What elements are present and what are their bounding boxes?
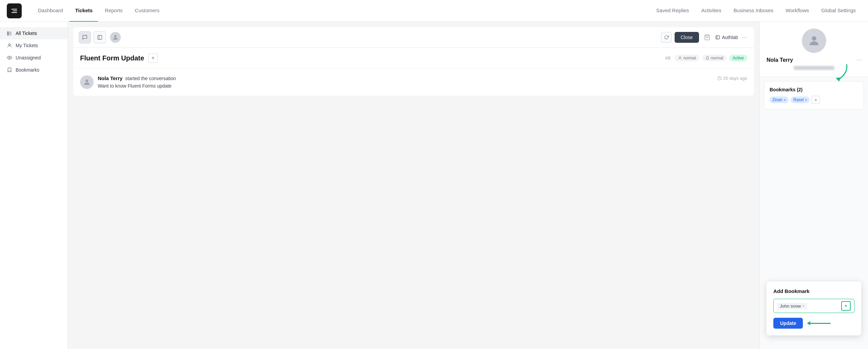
svg-rect-8	[98, 35, 102, 39]
nav-global-settings[interactable]: Global Settings	[816, 0, 861, 22]
update-button[interactable]: Update	[773, 318, 803, 329]
bookmarks-section: Bookmarks (2) Zinan × Rasel × +	[764, 81, 864, 110]
message-avatar	[80, 75, 94, 89]
remove-john-icon[interactable]: ×	[802, 304, 804, 308]
nav-workflows[interactable]: Workflows	[780, 0, 814, 22]
customer-section: Nola Terry ···	[760, 22, 868, 77]
authlab-label[interactable]: Authlab	[715, 35, 738, 40]
sidebar-label-my-tickets: My Tickets	[16, 43, 38, 48]
customer-avatar	[802, 29, 826, 53]
sidebar-item-unassigned[interactable]: Unassigned	[0, 52, 68, 64]
svg-point-10	[114, 35, 117, 37]
message-author: Nola Terry	[98, 75, 122, 81]
ticket-toolbar: Close Authlab ···	[73, 27, 754, 48]
nav-customers[interactable]: Customers	[129, 0, 165, 22]
badge-priority: normal	[675, 55, 699, 61]
svg-point-15	[86, 79, 88, 82]
logo-icon[interactable]	[7, 3, 22, 18]
bookmark-tag-rasel: Rasel ×	[791, 96, 810, 103]
nav-activities[interactable]: Activities	[696, 0, 727, 22]
ticket-title: Fluent Form Update	[80, 54, 144, 62]
nav-dashboard[interactable]: Dashboard	[33, 0, 68, 22]
badge-notification: normal	[702, 55, 727, 61]
close-button[interactable]: Close	[675, 32, 699, 43]
message-body: Want to know Fluent Forms update	[98, 83, 747, 89]
svg-point-7	[9, 57, 10, 58]
right-panel: Nola Terry ··· Bookmarks (2) Zinan × Ras…	[759, 22, 868, 349]
ticket-add-button[interactable]: +	[148, 53, 158, 63]
message-header: Nola Terry started the conversation 25 d…	[98, 75, 747, 81]
bag-icon[interactable]	[702, 32, 713, 43]
nav-saved-replies[interactable]: Saved Replies	[651, 0, 695, 22]
svg-point-6	[8, 44, 10, 45]
message-time: 25 days ago	[717, 76, 747, 81]
user-icon	[7, 43, 12, 48]
svg-rect-12	[716, 36, 719, 39]
add-bookmark-icon[interactable]: +	[812, 96, 820, 104]
ticket-card: Close Authlab ··· Fluent Form Update +	[73, 27, 754, 96]
sidebar-label-all-tickets: All Tickets	[16, 31, 37, 36]
customer-name-row: Nola Terry ···	[767, 57, 861, 63]
remove-zinan-icon[interactable]: ×	[784, 98, 786, 102]
bookmarks-tags: Zinan × Rasel × +	[770, 96, 858, 104]
nav-right: Saved Replies Activities Business Inboxe…	[651, 0, 861, 22]
svg-point-14	[679, 57, 681, 58]
popup-title: Add Bookmark	[773, 288, 854, 294]
bookmark-tag-zinan: Zinan ×	[770, 96, 789, 103]
customer-more-icon[interactable]: ···	[857, 57, 861, 63]
message-action: started the conversation	[125, 76, 176, 81]
customer-name: Nola Terry	[767, 57, 793, 63]
svg-point-17	[812, 36, 816, 41]
app-body: All Tickets My Tickets Unassigned Bookma…	[0, 22, 868, 349]
sidebar-item-bookmarks[interactable]: Bookmarks	[0, 64, 68, 76]
list-icon	[7, 31, 12, 36]
ticket-user-avatar	[110, 32, 121, 43]
svg-rect-2	[7, 33, 8, 34]
bookmark-icon	[7, 67, 12, 73]
update-row: Update	[773, 318, 854, 329]
svg-rect-0	[7, 32, 8, 33]
refresh-btn[interactable]	[661, 32, 672, 43]
chat-view-btn[interactable]	[79, 31, 91, 43]
message-content: Nola Terry started the conversation 25 d…	[98, 75, 747, 89]
ticket-header: Fluent Form Update + #8 normal normal Ac…	[73, 48, 754, 69]
ticket-number: #8	[665, 55, 671, 61]
sidebar-item-all-tickets[interactable]: All Tickets	[0, 27, 68, 39]
arrow-head-left-icon	[807, 321, 810, 325]
badge-active: Active	[729, 55, 747, 61]
top-nav: Dashboard Tickets Reports Customers Save…	[0, 0, 868, 22]
sidebar-label-unassigned: Unassigned	[16, 55, 41, 60]
conversation: Nola Terry started the conversation 25 d…	[73, 69, 754, 96]
sidebar: All Tickets My Tickets Unassigned Bookma…	[0, 22, 68, 349]
ticket-area: Close Authlab ··· Fluent Form Update +	[68, 22, 759, 349]
more-options-icon[interactable]: ···	[741, 34, 749, 41]
nav-business-inboxes[interactable]: Business Inboxes	[728, 0, 779, 22]
svg-rect-4	[7, 34, 8, 35]
input-tag-john: John snow ×	[777, 303, 807, 309]
bookmarks-title: Bookmarks (2)	[770, 87, 858, 92]
svg-marker-18	[836, 77, 841, 81]
ticket-meta: #8 normal normal Active	[665, 55, 747, 61]
arrow-down-decoration	[826, 63, 850, 81]
sidebar-item-my-tickets[interactable]: My Tickets	[0, 39, 68, 52]
sidebar-label-bookmarks: Bookmarks	[16, 67, 39, 73]
bookmark-input-row[interactable]: John snow × ▾	[773, 299, 854, 313]
nav-items: Dashboard Tickets Reports Customers	[33, 0, 165, 22]
nav-tickets[interactable]: Tickets	[70, 0, 98, 22]
eye-icon	[7, 55, 12, 60]
dropdown-chevron-icon[interactable]: ▾	[841, 301, 851, 311]
add-bookmark-popup: Add Bookmark John snow × ▾ Update	[767, 281, 861, 335]
detail-view-btn[interactable]	[94, 31, 106, 43]
arrow-line-decoration	[810, 323, 831, 324]
remove-rasel-icon[interactable]: ×	[805, 98, 807, 102]
arrow-right-decoration	[807, 321, 831, 325]
message-item: Nola Terry started the conversation 25 d…	[80, 75, 747, 89]
nav-reports[interactable]: Reports	[99, 0, 128, 22]
main-content: Close Authlab ··· Fluent Form Update +	[68, 22, 868, 349]
